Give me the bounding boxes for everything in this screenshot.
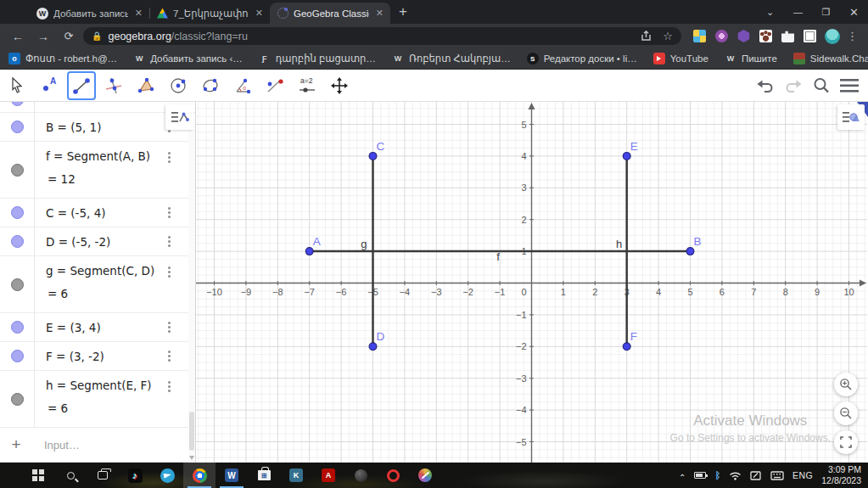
maximize-button[interactable]: ❐ (812, 7, 840, 18)
visibility-toggle[interactable] (11, 235, 24, 248)
visibility-toggle[interactable] (11, 206, 24, 219)
extension-paw-icon[interactable] (759, 30, 772, 42)
row-menu-kebab[interactable] (168, 381, 171, 384)
tool-move-graphics[interactable] (325, 71, 354, 100)
algebra-row[interactable]: h = Segment(E, F)= 6 (0, 371, 195, 428)
algebra-row[interactable]: f = Segment(A, B)= 12 (0, 142, 195, 199)
taskbar-darkapp[interactable] (344, 463, 377, 488)
taskbar-taskview[interactable] (87, 463, 119, 488)
row-menu-kebab[interactable] (168, 351, 171, 353)
tab-geogebra[interactable]: GeoGebra Classic ✕ (270, 3, 390, 24)
point-D[interactable] (369, 343, 377, 351)
zoom-out-button[interactable] (834, 401, 858, 425)
tool-point[interactable]: A (35, 71, 64, 100)
bookmark-outlook[interactable]: oՓոստ - robert.h@… (8, 53, 117, 65)
point-A[interactable] (305, 248, 313, 255)
main-menu-icon[interactable] (839, 76, 860, 96)
battery-icon[interactable] (694, 472, 706, 479)
taskbar-store[interactable]: ⊞ (248, 463, 280, 488)
point-F[interactable] (623, 343, 630, 351)
tab-search-icon[interactable]: ⌄ (756, 7, 784, 18)
extension-flower-icon[interactable] (715, 30, 728, 42)
bluetooth-icon[interactable]: ᛒ (714, 470, 720, 480)
tool-slider[interactable]: a=2 (293, 71, 322, 100)
algebra-row[interactable]: g = Segment(C, D)= 6 (0, 256, 195, 313)
taskbar-opera[interactable] (377, 463, 409, 488)
visibility-toggle[interactable] (11, 102, 24, 106)
profile-avatar[interactable] (825, 29, 840, 44)
url-text[interactable]: geogebra.org/classic?lang=ru (108, 31, 247, 42)
taskbar-acrobat[interactable]: A (312, 463, 344, 488)
tool-angle[interactable]: α (228, 71, 257, 100)
taskbar-tiktok[interactable]: ♪ (119, 463, 151, 488)
taskbar-search[interactable] (54, 463, 87, 488)
taskbar-chrome[interactable] (183, 463, 216, 488)
visibility-toggle[interactable] (11, 350, 24, 362)
algebra-input[interactable] (33, 428, 195, 462)
bookmark-wordpress[interactable]: WПишите (725, 53, 777, 65)
zoom-in-button[interactable] (834, 373, 858, 396)
row-menu-kebab[interactable] (168, 322, 171, 324)
bookmark-f-app[interactable]: Ƒդարբին բացատր… (259, 53, 376, 65)
tool-polygon[interactable] (132, 71, 160, 100)
algebra-row[interactable]: E = (3, 4) (0, 313, 195, 342)
bookmark-wordpress[interactable]: WՌոբերտ Հակոբյա… (392, 53, 511, 65)
tool-conic[interactable] (196, 71, 225, 100)
search-icon[interactable] (811, 76, 832, 96)
redo-button[interactable] (783, 76, 804, 96)
point-E[interactable] (623, 153, 630, 160)
browser-menu-icon[interactable]: ⋮ (843, 30, 861, 42)
tab-close-icon[interactable]: ✕ (254, 8, 265, 19)
point-B[interactable] (686, 248, 694, 255)
visibility-toggle[interactable] (11, 164, 24, 177)
omnibox[interactable]: 🔒 geogebra.org/classic?lang=ru ☆ (83, 27, 681, 45)
pen-workspace-icon[interactable] (750, 470, 762, 480)
taskbar-clock[interactable]: 3:09 PM 12/8/2023 (821, 464, 861, 486)
algebra-input-row[interactable]: + (0, 428, 195, 463)
tool-perpendicular-line[interactable] (99, 71, 128, 100)
new-tab-button[interactable]: + (399, 3, 407, 20)
tab-close-icon[interactable]: ✕ (133, 8, 144, 19)
language-indicator[interactable]: ENG (792, 470, 813, 480)
tab-pdf[interactable]: 7_Երկրաչափություն_2.pdf - G ✕ (149, 3, 270, 24)
forward-icon[interactable]: → (32, 30, 54, 43)
bookmark-wordpress[interactable]: WДобавить запись ‹… (133, 53, 243, 65)
row-menu-kebab[interactable] (168, 152, 171, 154)
extensions-puzzle-icon[interactable] (781, 30, 794, 42)
bookmark-sidewalk[interactable]: Sidewalk.Chat - Chr… (793, 53, 868, 65)
taskbar-telegram[interactable] (151, 463, 183, 488)
wifi-icon[interactable] (729, 471, 742, 480)
bookmark-board[interactable]: SРедактор доски • li… (527, 53, 637, 65)
reload-icon[interactable]: ⟳ (58, 30, 80, 42)
tool-reflect[interactable] (260, 71, 289, 100)
bookmark-youtube[interactable]: YouTube (653, 53, 708, 65)
algebra-scrollbar[interactable] (188, 129, 195, 463)
graphics-view[interactable]: −10−9−8−7−6−5−4−3−2−112345678910−5−4−3−2… (196, 102, 868, 463)
point-C[interactable] (369, 153, 377, 160)
lock-icon[interactable]: 🔒 (92, 31, 102, 41)
visibility-toggle[interactable] (11, 121, 24, 133)
row-menu-kebab[interactable] (168, 266, 171, 269)
tool-move[interactable] (3, 71, 31, 100)
row-menu-kebab[interactable] (168, 236, 171, 238)
taskbar-paint[interactable] (409, 463, 441, 488)
extension-square-icon[interactable] (804, 30, 816, 42)
algebra-row[interactable]: D = (-5, -2) (0, 227, 195, 256)
bookmark-star-icon[interactable]: ☆ (663, 30, 673, 42)
visibility-toggle[interactable] (11, 393, 24, 406)
tab-wordpress[interactable]: W Добавить запись ‹ Ռոբերտ Հա ✕ (29, 3, 149, 24)
taskbar-start[interactable] (22, 463, 54, 488)
algebra-row[interactable]: F = (3, -2) (0, 342, 195, 371)
row-menu-kebab[interactable] (168, 207, 171, 210)
graphics-style-button[interactable] (837, 104, 865, 130)
algebra-row[interactable]: C = (-5, 4) (0, 199, 195, 227)
scrollbar-thumb[interactable] (189, 412, 194, 451)
visibility-toggle[interactable] (11, 321, 24, 334)
tool-segment[interactable] (67, 71, 96, 100)
algebra-style-button[interactable] (165, 104, 193, 130)
taskbar-kmplayer[interactable]: K (280, 463, 312, 488)
taskbar-word[interactable]: W (216, 463, 248, 488)
visibility-toggle[interactable] (11, 278, 24, 291)
close-button[interactable]: ✕ (840, 6, 868, 19)
fullscreen-button[interactable] (834, 430, 858, 454)
